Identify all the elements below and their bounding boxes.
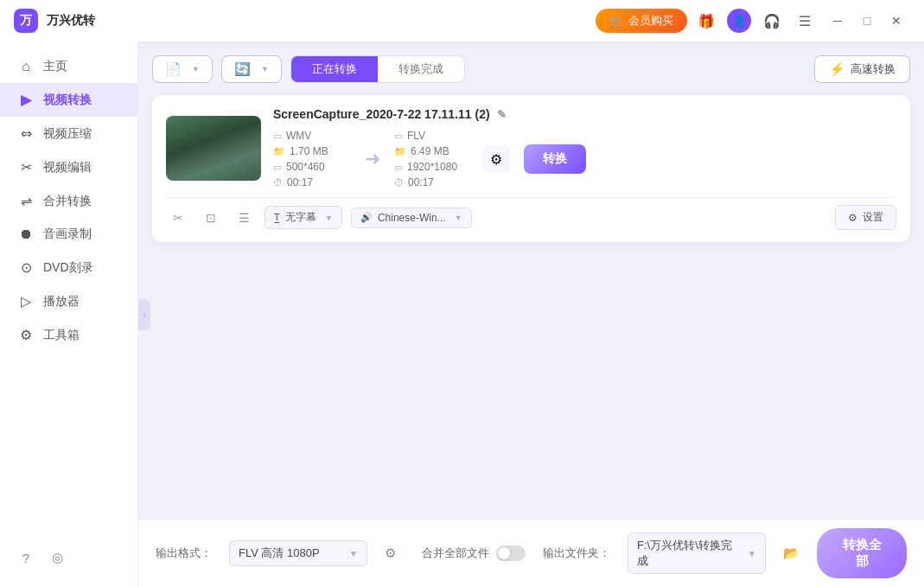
- src-resolution: ▭ 500*460: [273, 161, 351, 173]
- output-settings-small-icon[interactable]: ⚙: [385, 546, 396, 561]
- output-folder-select[interactable]: F:\万兴优转\转换完成 ▼: [628, 533, 766, 574]
- avatar[interactable]: 👤: [727, 9, 751, 33]
- sidebar-item-video-edit[interactable]: ✂ 视频编辑: [0, 150, 137, 184]
- src-duration: ⏱ 00:17: [273, 176, 351, 188]
- main-layout: ⌂ 主页 ▶ 视频转换 ⇔ 视频压缩 ✂ 视频编辑 ⇌ 合并转换 ⏺ 音画录制 …: [0, 41, 924, 587]
- sidebar-label-video-convert: 视频转换: [43, 93, 92, 108]
- format-chevron-icon: ▼: [349, 549, 358, 558]
- gift-icon[interactable]: 🎁: [694, 9, 718, 33]
- thumbnail-image: [166, 116, 261, 181]
- convert-all-button[interactable]: 转换全部: [817, 528, 907, 578]
- open-folder-icon[interactable]: 📂: [783, 546, 800, 561]
- add-file-chevron: ▼: [192, 65, 200, 73]
- merge-icon: ⇌: [17, 193, 35, 209]
- src-format-value: WMV: [286, 130, 311, 142]
- headphone-icon[interactable]: 🎧: [760, 9, 784, 33]
- toolbar: 📄 ▼ 🔄 ▼ 正在转换 转换完成 ⚡: [152, 55, 910, 83]
- trim-icon[interactable]: ✂: [166, 206, 190, 230]
- vip-label: 会员购买: [628, 13, 673, 29]
- sidebar-item-screen-record[interactable]: ⏺ 音画录制: [0, 218, 137, 251]
- sidebar-item-video-convert[interactable]: ▶ 视频转换: [0, 83, 137, 117]
- sidebar-item-toolbox[interactable]: ⚙ 工具箱: [0, 318, 137, 352]
- dst-duration-icon: ⏱: [394, 177, 404, 188]
- src-resolution-value: 500*460: [286, 161, 325, 173]
- dvd-icon: ⊙: [17, 259, 35, 276]
- sidebar-label-screen-record: 音画录制: [43, 227, 92, 242]
- window-controls: ─ □ ✕: [824, 9, 910, 33]
- feedback-icon[interactable]: ◎: [45, 546, 69, 570]
- src-format: ▭ WMV: [273, 130, 351, 142]
- sidebar-label-video-compress: 视频压缩: [43, 126, 92, 142]
- fast-convert-button[interactable]: ⚡ 高速转换: [814, 55, 910, 83]
- sidebar-item-video-compress[interactable]: ⇔ 视频压缩: [0, 117, 137, 150]
- tab-converting[interactable]: 正在转换: [291, 56, 378, 82]
- merge-group: 合并全部文件: [422, 546, 526, 561]
- file-meta: ▭ WMV 📁 1.70 MB ▭ 500*460: [273, 130, 896, 188]
- tab-done[interactable]: 转换完成: [378, 56, 464, 82]
- dst-size: 📁 6.49 MB: [394, 145, 472, 157]
- lightning-icon: ⚡: [829, 61, 845, 77]
- add-file-button[interactable]: 📄 ▼: [152, 55, 213, 83]
- sidebar-item-merge-convert[interactable]: ⇌ 合并转换: [0, 184, 137, 218]
- audio-select[interactable]: 🔊 Chinese-Win... ▼: [351, 207, 472, 228]
- add-folder-button[interactable]: 🔄 ▼: [221, 55, 282, 83]
- sidebar-label-merge-convert: 合并转换: [43, 194, 92, 209]
- close-button[interactable]: ✕: [883, 9, 910, 33]
- folder-chevron-icon: ▼: [748, 549, 756, 558]
- sidebar-item-home[interactable]: ⌂ 主页: [0, 50, 137, 83]
- app-title: 万兴优转: [47, 13, 95, 29]
- sidebar-label-video-edit: 视频编辑: [43, 160, 92, 175]
- merge-toggle[interactable]: [496, 546, 526, 561]
- add-folder-chevron: ▼: [261, 65, 269, 73]
- maximize-button[interactable]: □: [853, 9, 881, 33]
- file-card-top: ScreenCapture_2020-7-22 17.11.11 (2) ✎ ▭…: [166, 107, 896, 188]
- dst-resolution-value: 1920*1080: [407, 161, 457, 173]
- file-card: ScreenCapture_2020-7-22 17.11.11 (2) ✎ ▭…: [152, 95, 910, 242]
- file-info: ScreenCapture_2020-7-22 17.11.11 (2) ✎ ▭…: [273, 107, 896, 188]
- subtitle-select[interactable]: T̲ 无字幕 ▼: [264, 206, 342, 229]
- audio-label: Chinese-Win...: [378, 212, 446, 224]
- vip-button[interactable]: 🛒 会员购买: [596, 9, 687, 33]
- dst-duration: ⏱ 00:17: [394, 176, 472, 188]
- help-icon[interactable]: ?: [14, 546, 38, 570]
- output-format-select[interactable]: FLV 高清 1080P ▼: [229, 540, 367, 566]
- filename-row: ScreenCapture_2020-7-22 17.11.11 (2) ✎: [273, 107, 896, 121]
- video-thumbnail: [166, 116, 261, 181]
- sidebar-label-dvd-burn: DVD刻录: [43, 260, 93, 276]
- merge-label: 合并全部文件: [422, 546, 489, 561]
- dst-resolution-icon: ▭: [394, 162, 403, 173]
- dst-format-value: FLV: [407, 130, 425, 142]
- menu-icon[interactable]: ☰: [793, 9, 817, 33]
- convert-button[interactable]: 转换: [524, 144, 586, 174]
- sidebar-item-player[interactable]: ▷ 播放器: [0, 284, 137, 318]
- resolution-icon: ▭: [273, 162, 282, 173]
- record-icon: ⏺: [17, 227, 35, 242]
- bottom-bar: 输出格式： FLV 高清 1080P ▼ ⚙ 合并全部文件 输出文件夹： F:\…: [138, 519, 924, 587]
- minimize-button[interactable]: ─: [824, 9, 851, 33]
- subtitle-chevron: ▼: [325, 214, 333, 222]
- sidebar-label-home: 主页: [43, 59, 67, 74]
- crop-icon[interactable]: ⊡: [199, 206, 223, 230]
- video-compress-icon: ⇔: [17, 125, 35, 142]
- sidebar-label-toolbox: 工具箱: [43, 328, 80, 343]
- output-format-label: 输出格式：: [156, 546, 212, 561]
- more-icon[interactable]: ☰: [232, 206, 256, 230]
- dst-size-icon: 📁: [394, 146, 406, 157]
- add-file-icon: 📄: [165, 61, 182, 77]
- cart-icon: 🛒: [609, 15, 623, 28]
- file-card-bottom: ✂ ⊡ ☰ T̲ 无字幕 ▼ 🔊 Chinese-Win... ▼ ⚙: [166, 197, 896, 230]
- convert-tabs: 正在转换 转换完成: [290, 55, 465, 83]
- sidebar-item-dvd-burn[interactable]: ⊙ DVD刻录: [0, 251, 137, 284]
- edit-filename-icon[interactable]: ✎: [497, 108, 507, 121]
- size-icon: 📁: [273, 146, 285, 157]
- subtitle-icon: T̲: [274, 212, 280, 223]
- convert-arrow-icon: ➜: [365, 148, 380, 170]
- add-folder-icon: 🔄: [234, 61, 251, 77]
- src-size-value: 1.70 MB: [290, 145, 328, 157]
- card-settings-button[interactable]: ⚙ 设置: [835, 205, 896, 230]
- dest-meta: ▭ FLV 📁 6.49 MB ▭ 1920*1080: [394, 130, 472, 188]
- app-logo: 万: [14, 9, 38, 33]
- output-settings-icon[interactable]: ⚙: [482, 145, 510, 173]
- dst-format: ▭ FLV: [394, 130, 472, 142]
- output-folder-value: F:\万兴优转\转换完成: [637, 538, 742, 569]
